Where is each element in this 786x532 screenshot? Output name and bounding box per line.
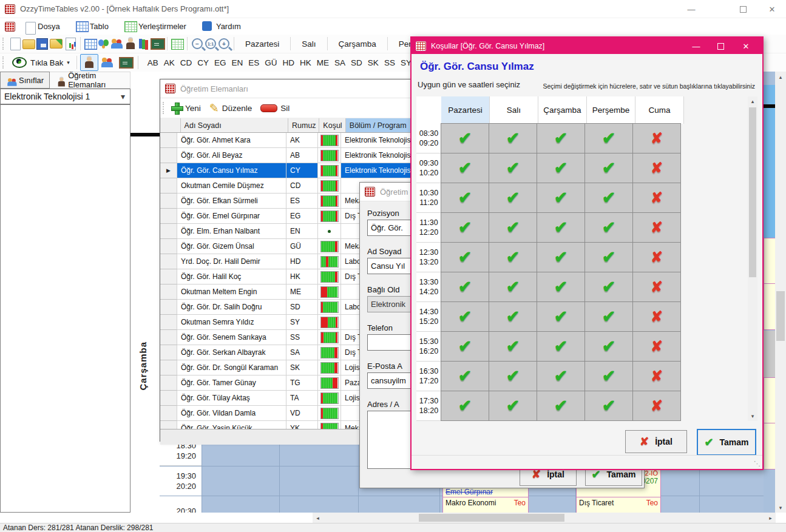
unavailable-cell[interactable]: ✘ xyxy=(632,301,681,332)
menu-yardim[interactable]: Yardım xyxy=(202,21,241,32)
available-cell[interactable]: ✔ xyxy=(537,153,585,183)
delete-button[interactable]: Sil xyxy=(280,104,290,113)
available-cell[interactable]: ✔ xyxy=(489,361,537,391)
import-icon[interactable] xyxy=(50,39,63,49)
delete-icon[interactable] xyxy=(260,104,277,112)
time-header[interactable]: 08:3009:20 xyxy=(416,124,441,153)
available-cell[interactable]: ✔ xyxy=(441,391,489,421)
unavailable-cell[interactable]: ✘ xyxy=(632,272,681,302)
teacher-code-sk[interactable]: SK xyxy=(368,58,379,67)
available-cell[interactable]: ✔ xyxy=(584,272,633,302)
available-cell[interactable]: ✔ xyxy=(441,212,489,243)
time-header[interactable]: 15:3016:20 xyxy=(416,332,441,362)
available-cell[interactable]: ✔ xyxy=(489,331,537,362)
available-cell[interactable]: ✔ xyxy=(489,242,537,272)
available-cell[interactable]: ✔ xyxy=(537,331,585,362)
minimize-button[interactable]: — xyxy=(679,0,704,18)
teacher-code-eg[interactable]: EG xyxy=(214,58,226,67)
zoom-out-icon[interactable]: − xyxy=(191,37,204,50)
scroll-up-icon[interactable]: ▴ xyxy=(775,72,786,82)
teacher-code-es[interactable]: ES xyxy=(248,58,259,67)
teacher-code-cd[interactable]: CD xyxy=(180,58,192,67)
unavailable-cell[interactable]: ✘ xyxy=(632,123,681,153)
close-button[interactable]: ✕ xyxy=(759,0,785,18)
time-header[interactable]: 09:3010:20 xyxy=(416,153,441,183)
day-header-perşembe[interactable]: Perşembe xyxy=(587,96,635,124)
table-row[interactable]: Öğr. Gör. Ali BeyazABElektronik Teknoloj… xyxy=(160,148,426,163)
available-cell[interactable]: ✔ xyxy=(584,183,633,213)
available-cell[interactable]: ✔ xyxy=(584,123,633,153)
menu-tablo[interactable]: Tablo xyxy=(76,21,109,32)
vertical-scroll-thumb[interactable] xyxy=(776,291,785,341)
teacher-code-sd[interactable]: SD xyxy=(351,58,362,67)
column-header-code[interactable]: Rumuz xyxy=(288,118,319,132)
day-header-pazartesi[interactable]: Pazartesi xyxy=(441,96,490,124)
resize-grip[interactable]: ⋱ xyxy=(754,460,761,468)
available-cell[interactable]: ✔ xyxy=(489,153,537,183)
maximize-button[interactable] xyxy=(730,0,756,18)
teacher-code-gü[interactable]: GÜ xyxy=(265,58,277,67)
tab-ogretim-elemanlari[interactable]: Öğretim Elemanları xyxy=(50,72,130,89)
available-cell[interactable]: ✔ xyxy=(537,123,585,153)
teacher-code-ak[interactable]: AK xyxy=(164,58,175,67)
time-header[interactable]: 11:3012:20 xyxy=(416,213,441,243)
available-cell[interactable]: ✔ xyxy=(537,361,585,391)
day-header-çarşamba[interactable]: Çarşamba xyxy=(538,96,587,124)
teacher-code-ab[interactable]: AB xyxy=(147,58,158,67)
available-cell[interactable]: ✔ xyxy=(441,301,489,332)
day-tab-sali[interactable]: Salı xyxy=(294,39,324,49)
menu-yerlestirmeler[interactable]: Yerleştirmeler xyxy=(124,21,186,32)
time-header[interactable]: 12:3013:20 xyxy=(416,243,441,272)
kosullar-ok-button[interactable]: ✔ Tamam xyxy=(697,429,756,456)
timetable-icon[interactable] xyxy=(84,37,97,50)
open-file-icon[interactable] xyxy=(22,37,35,50)
table-row[interactable]: ▶Öğr. Gör. Cansu YılmazCYElektronik Tekn… xyxy=(160,163,426,178)
dialog-close-button[interactable]: ✕ xyxy=(736,39,756,53)
available-cell[interactable]: ✔ xyxy=(441,272,489,302)
table-row[interactable]: Öğr. Gör. Ahmet KaraAKElektronik Teknolo… xyxy=(160,133,426,148)
available-cell[interactable]: ✔ xyxy=(441,123,489,153)
toolbar-grip[interactable] xyxy=(2,38,6,50)
teacher-code-en[interactable]: EN xyxy=(232,58,243,67)
tikla-bak-button[interactable]: Tıkla Bak ▾ xyxy=(8,55,73,70)
teacher-code-ss[interactable]: SS xyxy=(384,58,395,67)
class-list-box[interactable] xyxy=(0,104,130,513)
edit-button[interactable]: Düzenle xyxy=(222,104,252,113)
time-header[interactable]: 17:3018:20 xyxy=(416,391,441,421)
unavailable-cell[interactable]: ✘ xyxy=(632,242,681,272)
teacher-code-hk[interactable]: HK xyxy=(300,58,311,67)
zoom-reset-icon[interactable]: 1:1 xyxy=(204,37,217,50)
unavailable-cell[interactable]: ✘ xyxy=(632,212,681,243)
teacher-code-me[interactable]: ME xyxy=(317,58,329,67)
available-cell[interactable]: ✔ xyxy=(584,242,633,272)
available-cell[interactable]: ✔ xyxy=(441,331,489,362)
grid-scroll-thumb[interactable] xyxy=(749,107,756,277)
horizontal-scrollbar[interactable]: ◂ ▸ xyxy=(313,513,776,523)
view-teachers-button[interactable] xyxy=(80,54,98,71)
courses-icon[interactable] xyxy=(137,37,151,50)
grid-scrollbar[interactable]: ▴ ▾ xyxy=(748,96,757,421)
edit-icon[interactable]: ✎ xyxy=(209,103,219,114)
available-cell[interactable]: ✔ xyxy=(489,123,537,153)
unavailable-cell[interactable]: ✘ xyxy=(632,331,681,362)
column-header-name[interactable]: Adı Soyadı xyxy=(181,118,288,132)
unavailable-cell[interactable]: ✘ xyxy=(632,153,681,183)
available-cell[interactable]: ✔ xyxy=(537,301,585,332)
time-header[interactable]: 16:3017:20 xyxy=(416,362,441,391)
dialog-maximize-button[interactable] xyxy=(710,39,731,53)
available-cell[interactable]: ✔ xyxy=(489,183,537,213)
zoom-in-icon[interactable]: + xyxy=(217,37,231,50)
view-classes-button[interactable] xyxy=(98,54,117,71)
available-cell[interactable]: ✔ xyxy=(537,391,585,421)
available-cell[interactable]: ✔ xyxy=(489,272,537,302)
available-cell[interactable]: ✔ xyxy=(537,183,585,213)
save-icon[interactable] xyxy=(35,37,49,50)
vertical-scrollbar[interactable]: ▴ ▾ xyxy=(775,72,786,513)
available-cell[interactable]: ✔ xyxy=(489,301,537,332)
teacher-code-sa[interactable]: SA xyxy=(334,58,345,67)
available-cell[interactable]: ✔ xyxy=(489,391,537,421)
time-header[interactable]: 14:3015:20 xyxy=(416,302,441,332)
available-cell[interactable]: ✔ xyxy=(584,391,633,421)
available-cell[interactable]: ✔ xyxy=(489,212,537,243)
menu-dosya[interactable]: Dosya xyxy=(24,21,60,32)
